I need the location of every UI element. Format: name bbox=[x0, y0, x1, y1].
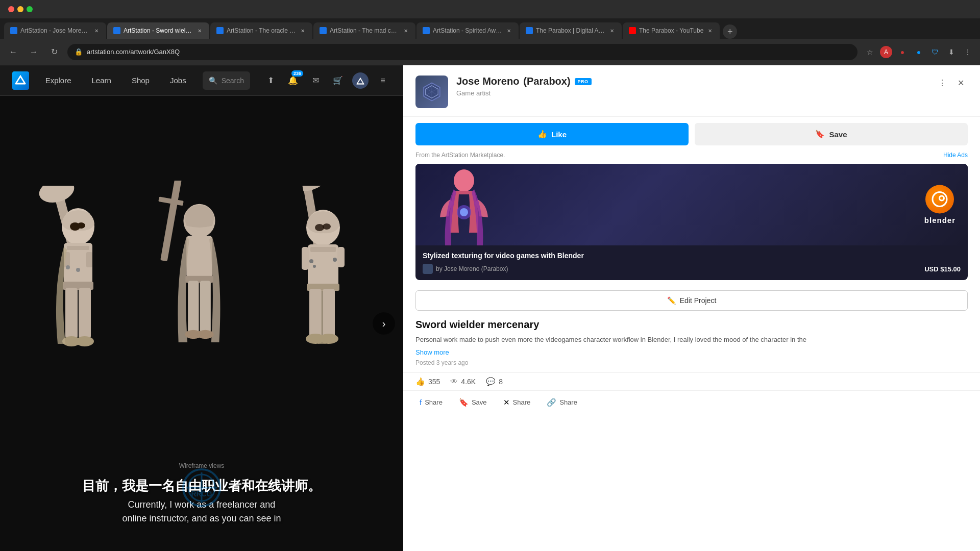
profile-icon[interactable]: A bbox=[880, 46, 892, 58]
new-tab-button[interactable]: + bbox=[723, 24, 737, 39]
share-row: f Share 🔖 Save ✕ Share 🔗 Share bbox=[403, 391, 980, 414]
svg-point-55 bbox=[454, 169, 474, 192]
ads-section: From the ArtStation Marketplace. Hide Ad… bbox=[403, 152, 980, 286]
artist-avatar[interactable] bbox=[415, 76, 448, 108]
svg-point-8 bbox=[77, 222, 85, 229]
forward-button[interactable]: → bbox=[27, 45, 41, 59]
artist-name: Jose Moreno (Parabox) PRO bbox=[456, 76, 927, 87]
tab-bar: ArtStation - Jose Moreno (Para... ✕ ArtS… bbox=[0, 18, 980, 39]
save-icon: 🔖 bbox=[815, 130, 825, 139]
character-3 bbox=[275, 186, 372, 400]
views-stat: 👁 4.6K bbox=[450, 377, 476, 386]
comments-icon: 💬 bbox=[486, 377, 496, 386]
explore-nav-link[interactable]: Explore bbox=[41, 74, 76, 87]
ads-header: From the ArtStation Marketplace. Hide Ad… bbox=[415, 152, 968, 159]
tab-5[interactable]: ArtStation - Spirited Away gan... ✕ bbox=[416, 22, 519, 39]
jobs-nav-link[interactable]: Jobs bbox=[166, 74, 190, 87]
panel-top-right: ⋮ ✕ bbox=[935, 76, 968, 90]
facebook-share-button[interactable]: f Share bbox=[415, 396, 447, 409]
user-avatar-nav[interactable] bbox=[352, 72, 369, 89]
close-panel-button[interactable]: ✕ bbox=[953, 76, 968, 90]
artstation-navbar: Explore Learn Shop Jobs 🔍 Search ⬆ 🔔 236… bbox=[0, 65, 403, 96]
project-description: Personal work made to push even more the… bbox=[403, 333, 980, 347]
ad-card[interactable]: blender Stylized texturing for video gam… bbox=[415, 164, 968, 280]
edit-project-button[interactable]: ✏️ Edit Project bbox=[415, 290, 968, 311]
tab-1[interactable]: ArtStation - Jose Moreno (Para... ✕ bbox=[4, 22, 106, 39]
upload-icon[interactable]: ⬆ bbox=[262, 72, 279, 89]
comments-stat: 💬 8 bbox=[486, 377, 503, 386]
bookmark-share-icon: 🔖 bbox=[459, 398, 469, 407]
reload-button[interactable]: ↻ bbox=[47, 45, 61, 59]
messages-icon[interactable]: ✉ bbox=[307, 72, 324, 89]
svg-rect-10 bbox=[67, 246, 89, 250]
search-placeholder: Search bbox=[222, 77, 244, 85]
edit-icon: ✏️ bbox=[667, 296, 676, 305]
tab-4[interactable]: ArtStation - The mad cat RRC... ✕ bbox=[313, 22, 415, 39]
learn-nav-link[interactable]: Learn bbox=[88, 74, 115, 87]
bookmark-save-button[interactable]: 🔖 Save bbox=[455, 396, 491, 409]
svg-rect-3 bbox=[357, 83, 364, 84]
blender-icon bbox=[925, 185, 954, 214]
search-bar[interactable]: 🔍 Search bbox=[203, 71, 250, 90]
svg-rect-39 bbox=[323, 289, 335, 337]
ad-image: blender bbox=[415, 164, 968, 245]
tab-close-4[interactable]: ✕ bbox=[402, 27, 409, 34]
more-options-button[interactable]: ⋮ bbox=[935, 76, 949, 90]
show-more-link[interactable]: Show more bbox=[403, 347, 980, 357]
svg-point-60 bbox=[940, 197, 943, 200]
extension-icon-blue[interactable]: ● bbox=[913, 46, 925, 58]
back-button[interactable]: ← bbox=[6, 45, 20, 59]
tab-close-5[interactable]: ✕ bbox=[505, 27, 512, 34]
artstation-logo[interactable] bbox=[12, 71, 29, 90]
hide-ads-link[interactable]: Hide Ads bbox=[943, 152, 968, 159]
menu-icon[interactable]: ⋮ bbox=[962, 46, 974, 58]
svg-marker-2 bbox=[357, 78, 364, 84]
svg-rect-15 bbox=[79, 288, 91, 339]
twitter-icon: ✕ bbox=[503, 398, 510, 407]
svg-rect-20 bbox=[160, 181, 184, 261]
svg-point-57 bbox=[460, 208, 468, 216]
svg-point-42 bbox=[309, 259, 313, 263]
tab-7[interactable]: The Parabox - YouTube ✕ bbox=[623, 22, 720, 39]
extension-icon-red[interactable]: ● bbox=[896, 46, 909, 58]
tab-close-6[interactable]: ✕ bbox=[608, 27, 616, 34]
twitter-share-button[interactable]: ✕ Share bbox=[499, 396, 535, 409]
ad-author: by Jose Moreno (Parabox) bbox=[423, 264, 508, 274]
likes-stat: 👍 355 bbox=[415, 377, 440, 386]
tab-close-1[interactable]: ✕ bbox=[93, 27, 100, 34]
svg-point-31 bbox=[315, 224, 324, 231]
panel-actions: 👍 Like 🔖 Save bbox=[403, 117, 980, 152]
ad-title: Stylized texturing for video games with … bbox=[423, 252, 961, 260]
svg-rect-35 bbox=[302, 247, 309, 270]
tab-close-2[interactable]: ✕ bbox=[196, 27, 203, 34]
tab-close-7[interactable]: ✕ bbox=[706, 27, 714, 34]
views-icon: 👁 bbox=[450, 377, 458, 386]
pro-badge: PRO bbox=[575, 78, 592, 85]
more-options-nav-icon[interactable]: ≡ bbox=[375, 72, 391, 89]
url-text: artstation.com/artwork/GanX8Q bbox=[87, 48, 180, 56]
url-bar[interactable]: 🔒 artstation.com/artwork/GanX8Q bbox=[67, 44, 857, 60]
svg-rect-38 bbox=[309, 289, 322, 337]
browser-window-controls bbox=[0, 0, 980, 18]
tab-2[interactable]: ArtStation - Sword wielder me... ✕ bbox=[107, 22, 209, 39]
svg-rect-14 bbox=[65, 288, 78, 339]
tab-close-3[interactable]: ✕ bbox=[299, 27, 306, 34]
artwork-image[interactable]: › Wireframe views 目前，我是一名自由职业者和在线讲师。 Cur… bbox=[0, 96, 403, 551]
svg-rect-23 bbox=[186, 236, 212, 278]
notification-badge: 236 bbox=[291, 70, 303, 77]
cart-icon[interactable]: 🛒 bbox=[330, 72, 346, 89]
save-button[interactable]: 🔖 Save bbox=[695, 123, 968, 145]
svg-point-32 bbox=[323, 223, 331, 230]
notifications-icon[interactable]: 🔔 236 bbox=[285, 72, 301, 89]
tab-6[interactable]: The Parabox | Digital Artist | U... ✕ bbox=[520, 22, 622, 39]
ad-meta: by Jose Moreno (Parabox) USD $15.00 bbox=[423, 264, 961, 274]
shop-nav-link[interactable]: Shop bbox=[128, 74, 154, 87]
link-share-button[interactable]: 🔗 Share bbox=[543, 396, 581, 409]
extension-icon-shield[interactable]: 🛡 bbox=[929, 46, 941, 58]
artist-title: Game artist bbox=[456, 89, 927, 97]
like-button[interactable]: 👍 Like bbox=[415, 123, 689, 145]
bookmark-icon[interactable]: ☆ bbox=[864, 46, 876, 58]
download-icon[interactable]: ⬇ bbox=[945, 46, 958, 58]
next-image-button[interactable]: › bbox=[373, 312, 395, 335]
tab-3[interactable]: ArtStation - The oracle of the t... ✕ bbox=[210, 22, 312, 39]
